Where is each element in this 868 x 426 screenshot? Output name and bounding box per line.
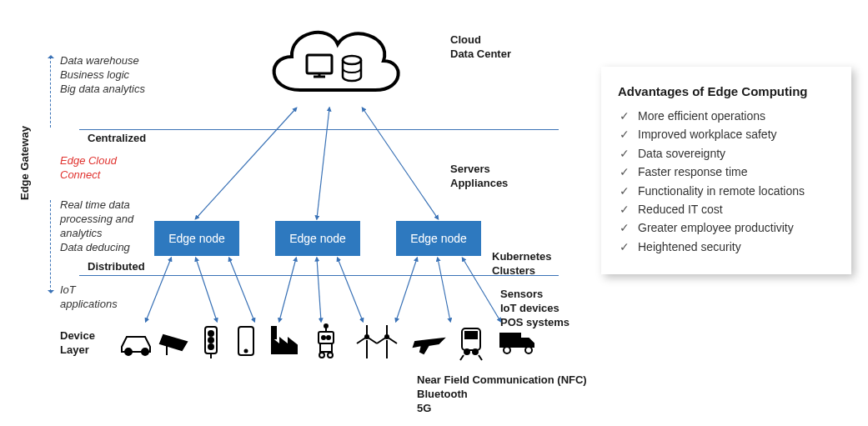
svg-rect-46 <box>465 332 477 338</box>
svg-line-14 <box>438 258 450 321</box>
svg-line-39 <box>367 337 377 343</box>
edge-cloud-connect-label: Edge Cloud Connect <box>60 154 117 183</box>
device-layer-label: Device Layer <box>60 329 95 358</box>
advantages-list-item-2: Data sovereignty <box>618 144 835 163</box>
svg-rect-32 <box>320 343 332 352</box>
svg-line-50 <box>479 355 482 360</box>
advantages-list: More efficient operationsImproved workpl… <box>618 107 835 256</box>
edge-node-1: Edge node <box>154 221 239 256</box>
advantages-list-item-7: Heightened security <box>618 238 835 256</box>
advantages-list-item-4: Functionality in remote locations <box>618 182 835 200</box>
svg-line-13 <box>396 258 417 321</box>
edge-functions-list-item-0: Real time data <box>60 198 133 213</box>
edge-functions-list-item-3: Data deducing <box>60 241 133 255</box>
edge-node-3: Edge node <box>396 221 481 256</box>
svg-line-4 <box>196 108 296 218</box>
svg-line-5 <box>317 108 329 218</box>
cloud-functions-list-item-1: Business logic <box>60 68 145 83</box>
svg-line-43 <box>377 337 387 343</box>
svg-point-53 <box>525 347 532 353</box>
advantages-list-item-3: Faster response time <box>618 163 835 181</box>
svg-rect-51 <box>500 333 520 347</box>
arrow-up <box>50 57 51 128</box>
truck-icon <box>500 333 534 353</box>
svg-line-49 <box>460 355 464 360</box>
svg-rect-26 <box>272 327 276 338</box>
edge-node-2: Edge node <box>275 221 360 256</box>
edge-gateway-axis-label: Edge Gateway <box>18 126 33 200</box>
svg-line-38 <box>357 337 367 343</box>
cloud-icon <box>258 15 400 115</box>
svg-point-21 <box>208 338 213 343</box>
svg-point-22 <box>208 344 213 349</box>
servers-appliances-label: Servers Appliances <box>450 163 508 191</box>
arrow-down <box>50 200 51 292</box>
svg-point-20 <box>208 331 213 336</box>
svg-line-9 <box>229 258 254 321</box>
tier-centralized-label: Centralized <box>88 132 146 146</box>
edge-node-3-label: Edge node <box>410 231 467 246</box>
svg-line-6 <box>363 108 438 218</box>
svg-point-31 <box>324 324 328 328</box>
tier-line-centralized <box>79 129 559 130</box>
device-icons-row <box>117 323 567 361</box>
cctv-icon <box>160 335 187 355</box>
advantages-list-item-6: Greater employee productivity <box>618 218 835 237</box>
svg-line-11 <box>317 258 321 321</box>
train-icon <box>460 328 482 360</box>
edge-functions-list: Real time dataprocessing andanalyticsDat… <box>60 198 133 255</box>
robot-icon <box>319 324 334 358</box>
svg-point-25 <box>245 350 248 353</box>
tier-line-distributed <box>79 275 559 276</box>
wind-turbine-icon <box>357 325 397 358</box>
svg-point-52 <box>504 347 510 353</box>
svg-point-34 <box>328 353 333 358</box>
svg-point-29 <box>327 336 330 339</box>
traffic-light-icon <box>205 327 217 358</box>
cloud-functions-list-item-0: Data warehouse <box>60 54 145 68</box>
svg-point-28 <box>322 336 325 339</box>
advantages-list-item-0: More efficient operations <box>618 107 835 125</box>
cloud-functions-list-item-2: Big data analytics <box>60 83 145 97</box>
svg-point-48 <box>473 349 478 354</box>
svg-line-12 <box>338 258 363 321</box>
svg-line-7 <box>146 258 171 321</box>
factory-icon <box>272 327 297 353</box>
svg-line-44 <box>387 337 397 343</box>
svg-point-33 <box>319 353 324 358</box>
edge-functions-list-item-1: processing and <box>60 213 133 227</box>
tier-distributed-label: Distributed <box>88 260 145 274</box>
svg-point-17 <box>142 348 148 355</box>
advantages-list-item-5: Reduced IT cost <box>618 200 835 218</box>
cloud-label: Cloud Data Center <box>450 33 511 62</box>
svg-point-16 <box>125 348 132 355</box>
advantages-panel: Advantages of Edge Computing More effici… <box>601 67 851 274</box>
svg-line-8 <box>196 258 217 321</box>
svg-line-10 <box>279 258 296 321</box>
svg-point-47 <box>464 349 469 354</box>
connectivity-label: Near Field Communication (NFC) Bluetooth… <box>417 373 587 416</box>
airplane-icon <box>414 338 444 353</box>
edge-node-1-label: Edge node <box>168 231 225 246</box>
iot-applications-label: IoT applications <box>60 283 118 312</box>
kubernetes-clusters-label: Kubernetes Clusters <box>492 250 552 278</box>
edge-node-2-label: Edge node <box>289 231 346 246</box>
advantages-list-item-1: Improved workplace safety <box>618 125 835 143</box>
edge-functions-list-item-2: analytics <box>60 227 133 241</box>
cloud-functions-list: Data warehouseBusiness logicBig data ana… <box>60 54 145 97</box>
car-icon <box>122 337 150 355</box>
smartphone-icon <box>238 327 253 355</box>
advantages-title: Advantages of Edge Computing <box>618 82 835 102</box>
